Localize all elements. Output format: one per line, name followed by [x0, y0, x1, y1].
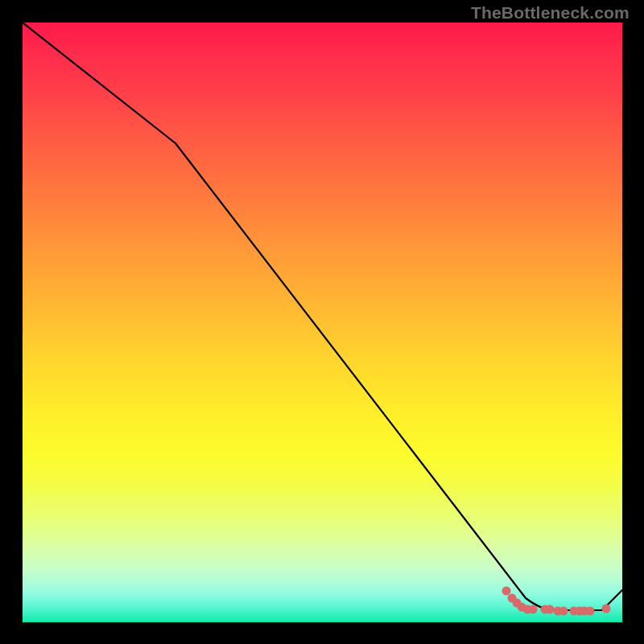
gradient-background: [23, 23, 622, 622]
chart-frame: TheBottleneck.com: [0, 0, 644, 644]
attribution-text: TheBottleneck.com: [471, 3, 630, 23]
